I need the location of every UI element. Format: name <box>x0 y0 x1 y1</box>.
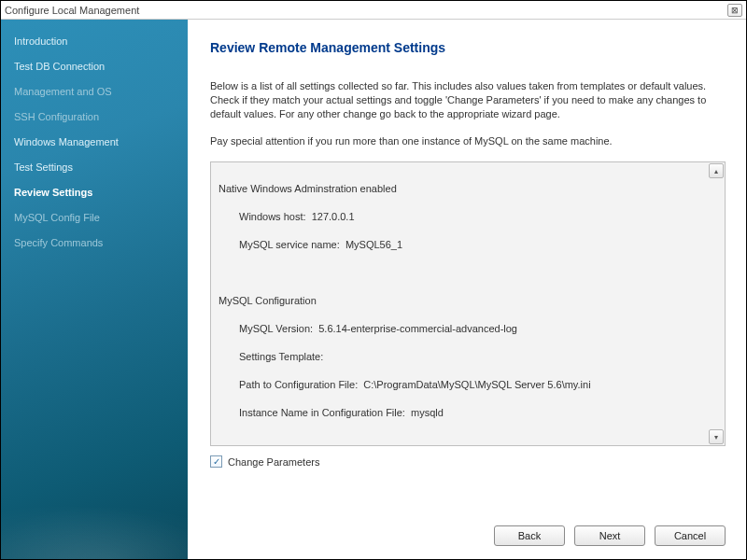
label-config-file-path: Path to Configuration File: <box>239 379 358 390</box>
row-windows-host: Windows host: 127.0.0.1 <box>218 210 717 224</box>
back-button[interactable]: Back <box>494 525 565 546</box>
window-title: Configure Local Management <box>5 5 727 16</box>
intro-paragraph-1: Below is a list of all settings collecte… <box>210 79 726 121</box>
value-mysql-version: 5.6.14-enterprise-commercial-advanced-lo… <box>318 323 517 334</box>
section-native-windows: Native Windows Adminstration enabled <box>218 182 717 196</box>
row-config-file-path: Path to Configuration File: C:\ProgramDa… <box>218 378 717 392</box>
change-parameters-label: Change Parameters <box>228 456 319 468</box>
change-parameters-checkbox[interactable]: ✓ <box>210 455 222 468</box>
value-instance-name: mysqld <box>411 407 444 418</box>
sidebar-item-review-settings[interactable]: Review Settings <box>1 180 188 205</box>
row-instance-name: Instance Name in Configuration File: mys… <box>218 406 717 420</box>
sidebar-item-test-settings[interactable]: Test Settings <box>1 155 188 180</box>
close-icon[interactable]: ⊠ <box>727 4 742 17</box>
label-mysql-version: MySQL Version: <box>239 323 313 334</box>
review-settings-box: ▴ ▾ Native Windows Adminstration enabled… <box>210 161 726 446</box>
review-content: Native Windows Adminstration enabled Win… <box>218 168 717 446</box>
intro-paragraph-2: Pay special attention if you run more th… <box>210 134 726 148</box>
label-windows-host: Windows host: <box>239 211 306 222</box>
page-title: Review Remote Management Settings <box>210 40 726 55</box>
next-button[interactable]: Next <box>574 525 645 546</box>
label-instance-name: Instance Name in Configuration File: <box>239 407 405 418</box>
scroll-down-icon[interactable]: ▾ <box>709 429 724 444</box>
sidebar-item-management-and-os[interactable]: Management and OS <box>1 79 188 105</box>
value-config-file-path: C:\ProgramData\MySQL\MySQL Server 5.6\my… <box>363 379 590 390</box>
sidebar-item-test-db-connection[interactable]: Test DB Connection <box>1 54 188 79</box>
dialog-body: Introduction Test DB Connection Manageme… <box>1 20 746 559</box>
row-mysql-service-name: MySQL service name: MySQL56_1 <box>218 238 717 252</box>
sidebar-item-ssh-configuration[interactable]: SSH Configuration <box>1 105 188 130</box>
wizard-button-row: Back Next Cancel <box>494 525 726 546</box>
blank-line-1 <box>218 266 717 280</box>
sidebar-item-introduction[interactable]: Introduction <box>1 29 188 54</box>
label-mysql-service-name: MySQL service name: <box>239 239 340 250</box>
scroll-up-icon[interactable]: ▴ <box>709 163 724 178</box>
sidebar-item-specify-commands[interactable]: Specify Commands <box>1 231 188 256</box>
sidebar-item-windows-management[interactable]: Windows Management <box>1 130 188 155</box>
main-panel: Review Remote Management Settings Below … <box>188 20 746 559</box>
value-mysql-service-name: MySQL56_1 <box>345 239 402 250</box>
row-mysql-version: MySQL Version: 5.6.14-enterprise-commerc… <box>218 322 717 336</box>
sidebar: Introduction Test DB Connection Manageme… <box>1 20 188 559</box>
section-mysql-configuration: MySQL Configuration <box>218 294 717 308</box>
label-settings-template: Settings Template: <box>239 351 323 362</box>
sidebar-item-mysql-config-file[interactable]: MySQL Config File <box>1 205 188 231</box>
value-windows-host: 127.0.0.1 <box>312 211 355 222</box>
change-parameters-row: ✓ Change Parameters <box>210 455 726 468</box>
titlebar: Configure Local Management ⊠ <box>1 1 746 20</box>
row-settings-template: Settings Template: <box>218 350 717 364</box>
cancel-button[interactable]: Cancel <box>655 525 726 546</box>
